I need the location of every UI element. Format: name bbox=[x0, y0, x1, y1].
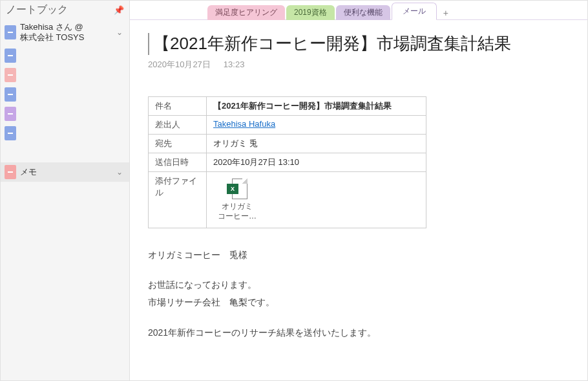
pin-icon[interactable]: 📌 bbox=[114, 5, 124, 15]
mail-content-line: 2021年新作コーヒーのリサーチ結果を送付いたします。 bbox=[148, 324, 569, 342]
sidebar: ノートブック 📌 Takehisa さん @ 株式会社 TOSYS ⌄ メモ ⌄ bbox=[1, 1, 130, 380]
notebook-icon bbox=[5, 68, 16, 82]
notebook-item[interactable] bbox=[1, 46, 129, 65]
notebook-icon bbox=[5, 25, 16, 39]
mail-intro: お世話になっております。 市場リサーチ会社 亀梨です。 bbox=[148, 276, 569, 310]
tab-add-button[interactable]: + bbox=[438, 6, 454, 20]
notebook-icon bbox=[5, 107, 16, 121]
tabbar: 満足度ヒアリング 2019資格 便利な機能 メール + bbox=[130, 1, 587, 20]
mail-from-label: 差出人 bbox=[149, 115, 207, 134]
mail-to-label: 宛先 bbox=[149, 134, 207, 153]
tab-satisfaction[interactable]: 満足度ヒアリング bbox=[207, 5, 285, 20]
chevron-down-icon[interactable]: ⌄ bbox=[116, 28, 125, 37]
notebook-icon bbox=[5, 87, 16, 102]
mail-subject-value: 【2021年新作コーヒー開発】市場調査集計結果 bbox=[207, 96, 426, 115]
notebook-icon bbox=[5, 126, 16, 140]
notebook-item[interactable] bbox=[1, 65, 129, 85]
excel-file-icon: X bbox=[227, 179, 247, 199]
notebook-icon bbox=[5, 165, 16, 179]
notebook-item[interactable] bbox=[1, 124, 129, 143]
notebook-label: メモ bbox=[20, 166, 112, 178]
tab-2019cert[interactable]: 2019資格 bbox=[286, 5, 335, 20]
notebook-item[interactable] bbox=[1, 104, 129, 124]
mail-sent-value: 2020年10月27日 13:10 bbox=[207, 153, 426, 171]
mail-to-value: オリガミ 兎 bbox=[207, 134, 426, 153]
mail-greeting: オリガミコーヒー 兎様 bbox=[148, 246, 569, 264]
mail-header-table: 件名 【2021年新作コーヒー開発】市場調査集計結果 差出人 Takehisa … bbox=[148, 96, 426, 228]
tab-features[interactable]: 便利な機能 bbox=[336, 5, 390, 20]
mail-sent-label: 送信日時 bbox=[149, 153, 207, 171]
sidebar-title: ノートブック bbox=[6, 3, 68, 17]
notebook-item[interactable] bbox=[1, 85, 129, 104]
mail-subject-label: 件名 bbox=[149, 96, 207, 115]
tab-mail[interactable]: メール bbox=[392, 3, 437, 20]
notebook-label: Takehisa さん @ 株式会社 TOSYS bbox=[20, 22, 112, 43]
notebook-icon bbox=[5, 49, 16, 63]
notebook-item-main[interactable]: Takehisa さん @ 株式会社 TOSYS ⌄ bbox=[1, 19, 129, 46]
mail-body: オリガミコーヒー 兎様 お世話になっております。 市場リサーチ会社 亀梨です。 … bbox=[148, 246, 569, 341]
page-timestamp: 2020年10月27日13:23 bbox=[148, 59, 569, 71]
chevron-down-icon[interactable]: ⌄ bbox=[116, 168, 125, 177]
attachment-filename: オリガミ コーヒー… bbox=[218, 202, 257, 221]
page-content: 【2021年新作コーヒー開発】市場調査集計結果 2020年10月27日13:23… bbox=[130, 20, 587, 380]
attachment-item[interactable]: X オリガミ コーヒー… bbox=[215, 179, 260, 221]
sidebar-header: ノートブック 📌 bbox=[1, 1, 129, 19]
mail-attach-label: 添付ファイル bbox=[149, 171, 207, 228]
page-title[interactable]: 【2021年新作コーヒー開発】市場調査集計結果 bbox=[148, 33, 569, 55]
mail-from-link[interactable]: Takehisa Hafuka bbox=[213, 119, 275, 129]
main-area: 満足度ヒアリング 2019資格 便利な機能 メール + 【2021年新作コーヒー… bbox=[130, 1, 587, 380]
notebook-item-memo[interactable]: メモ ⌄ bbox=[1, 162, 129, 182]
